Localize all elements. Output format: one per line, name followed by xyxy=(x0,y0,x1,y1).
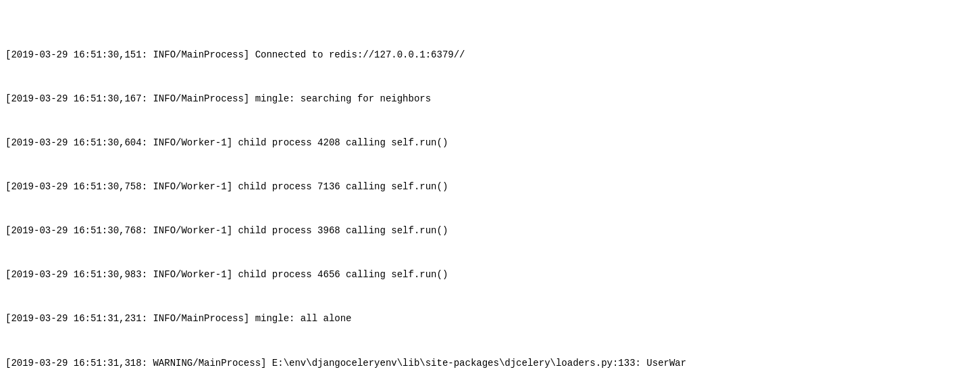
log-line-8a: [2019-03-29 16:51:31,318: WARNING/MainPr… xyxy=(5,356,975,371)
log-line-6: [2019-03-29 16:51:30,983: INFO/Worker-1]… xyxy=(5,268,975,283)
log-line-7: [2019-03-29 16:51:31,231: INFO/MainProce… xyxy=(5,312,975,327)
log-line-5: [2019-03-29 16:51:30,768: INFO/Worker-1]… xyxy=(5,224,975,239)
log-line-3: [2019-03-29 16:51:30,604: INFO/Worker-1]… xyxy=(5,136,975,151)
log-line-1: [2019-03-29 16:51:30,151: INFO/MainProce… xyxy=(5,48,975,63)
log-line-4: [2019-03-29 16:51:30,758: INFO/Worker-1]… xyxy=(5,180,975,195)
log-line-2: [2019-03-29 16:51:30,167: INFO/MainProce… xyxy=(5,92,975,107)
log-output: [2019-03-29 16:51:30,151: INFO/MainProce… xyxy=(0,0,980,378)
